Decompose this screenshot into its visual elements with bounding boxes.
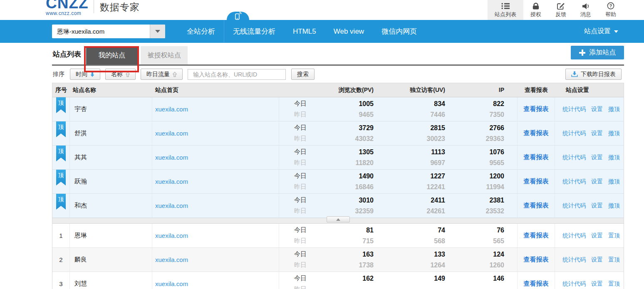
search-input[interactable] — [188, 69, 286, 80]
pv-yesterday-value: 1738 — [327, 262, 374, 269]
stats-code-link[interactable]: 统计代码 — [562, 178, 586, 185]
sort-by-traffic-button[interactable]: 昨日流量 — [141, 69, 183, 80]
pinned-rows-section: 顶 宇杏 xuexila.com 今日 1005 834 822 昨日 9465… — [52, 97, 624, 218]
add-site-button[interactable]: 添加站点 — [571, 46, 624, 59]
site-homepage-link[interactable]: xuexila.com — [155, 202, 188, 209]
row-index: 2 — [59, 256, 62, 263]
sort-label: 排序 — [53, 71, 64, 78]
site-selector-value: 恩琳-xuexila.com — [52, 25, 150, 38]
tab-authorized-sites[interactable]: 被授权站点 — [141, 46, 188, 64]
site-homepage-link[interactable]: xuexila.com — [155, 280, 188, 287]
stats-code-link[interactable]: 统计代码 — [562, 280, 586, 288]
unpin-link[interactable]: 撤顶 — [608, 178, 620, 185]
row-settings-link[interactable]: 设置 — [591, 202, 603, 210]
view-report-link[interactable]: 查看报表 — [524, 129, 549, 137]
ip-yesterday-value: 565 — [445, 237, 504, 245]
ip-today-value: 2381 — [445, 197, 504, 204]
pv-today-value: 163 — [327, 251, 374, 258]
pv-today-value: 3010 — [327, 197, 374, 204]
search-button[interactable]: 搜索 — [291, 69, 315, 80]
pv-today-value: 81 — [327, 227, 374, 234]
site-homepage-link[interactable]: xuexila.com — [155, 106, 188, 113]
download-report-button[interactable]: 下载昨日报表 — [565, 69, 622, 80]
view-report-link[interactable]: 查看报表 — [524, 280, 549, 288]
action-help[interactable]: ? 帮助 — [598, 0, 623, 20]
site-name: 和杰 — [70, 194, 152, 217]
pin-link[interactable]: 置顶 — [608, 232, 620, 240]
arrow-up-icon — [126, 72, 130, 77]
pv-yesterday-value: 9465 — [327, 111, 374, 119]
unpin-link[interactable]: 撤顶 — [608, 154, 620, 161]
row-settings-link[interactable]: 设置 — [591, 256, 603, 264]
stats-code-link[interactable]: 统计代码 — [562, 106, 586, 113]
row-settings-link[interactable]: 设置 — [591, 154, 603, 161]
brand-tagline: 数据专家 — [100, 2, 140, 12]
nav-wechat-page[interactable]: 微信内网页 — [373, 20, 426, 43]
view-report-link[interactable]: 查看报表 — [524, 178, 549, 185]
wireless-bump — [227, 12, 249, 20]
table-row-pinned: 顶 舒淇 xuexila.com 今日 3729 2815 2766 昨日 43… — [52, 121, 624, 146]
view-report-link[interactable]: 查看报表 — [524, 153, 549, 161]
site-name: 舒淇 — [70, 121, 152, 145]
nav-webview[interactable]: Web view — [325, 20, 373, 43]
stats-cell: 今日 1005 834 822 昨日 9465 7446 7350 — [279, 97, 518, 121]
action-feedback[interactable]: 反馈 — [548, 0, 573, 20]
site-homepage-link[interactable]: xuexila.com — [155, 130, 188, 137]
pv-yesterday-value: 11820 — [327, 159, 374, 167]
stats-code-link[interactable]: 统计代码 — [562, 256, 586, 264]
nav-full-analysis[interactable]: 全站分析 — [178, 20, 224, 43]
collapse-pinned-button[interactable] — [327, 216, 350, 222]
view-report-link[interactable]: 查看报表 — [524, 202, 549, 210]
site-homepage-link[interactable]: xuexila.com — [155, 232, 188, 239]
action-authorization[interactable]: 授权 — [523, 0, 548, 20]
tab-my-sites[interactable]: 我的站点 — [86, 46, 138, 64]
site-homepage-link[interactable]: xuexila.com — [155, 178, 188, 185]
site-selector-arrow[interactable] — [150, 25, 165, 38]
stats-code-link[interactable]: 统计代码 — [562, 232, 586, 240]
site-homepage-link[interactable]: xuexila.com — [155, 256, 188, 263]
pin-link[interactable]: 置顶 — [608, 256, 620, 264]
sites-table: 序号 站点名称 站点首页 浏览次数(PV) 独立访客(UV) IP 查看报表 站… — [52, 83, 624, 289]
row-settings-link[interactable]: 设置 — [591, 232, 603, 240]
action-label: 站点列表 — [495, 11, 516, 18]
unpin-link[interactable]: 撤顶 — [608, 106, 620, 113]
ip-yesterday-value: 1260 — [445, 262, 504, 269]
action-site-list[interactable]: 站点列表 — [488, 0, 523, 20]
nav-wireless-analysis[interactable]: 无线流量分析 — [224, 20, 284, 43]
pin-link[interactable]: 置顶 — [608, 280, 620, 288]
edit-icon — [557, 1, 565, 10]
site-selector-dropdown[interactable]: 恩琳-xuexila.com — [52, 25, 165, 38]
view-report-link[interactable]: 查看报表 — [524, 105, 549, 113]
action-label: 消息 — [580, 11, 591, 18]
uv-today-value: 133 — [374, 251, 445, 258]
help-icon: ? — [607, 1, 614, 10]
unpin-link[interactable]: 撤顶 — [608, 202, 620, 210]
stats-code-link[interactable]: 统计代码 — [562, 202, 586, 210]
download-button-label: 下载昨日报表 — [581, 71, 616, 78]
site-settings-menu[interactable]: 站点设置 — [584, 20, 618, 43]
nav-html5[interactable]: HTML5 — [284, 20, 325, 43]
view-report-link[interactable]: 查看报表 — [524, 232, 549, 240]
unpin-link[interactable]: 撤顶 — [608, 130, 620, 137]
site-name: 宇杏 — [70, 97, 152, 121]
sort-by-time-button[interactable]: 时间 — [70, 69, 100, 80]
sort-by-name-button[interactable]: 名称 — [105, 69, 136, 80]
site-homepage-link[interactable]: xuexila.com — [155, 154, 188, 161]
triangle-up-icon — [336, 218, 340, 221]
row-settings-link[interactable]: 设置 — [591, 178, 603, 185]
view-report-link[interactable]: 查看报表 — [524, 256, 549, 264]
row-index: 1 — [59, 232, 62, 239]
content-area: 站点列表 我的站点 被授权站点 添加站点 排序 时间 名称 昨日流量 — [52, 43, 624, 289]
brand-logo: CNZZ — [46, 0, 89, 11]
nav-menu: 全站分析 无线流量分析 HTML5 Web view 微信内网页 — [178, 20, 426, 43]
row-settings-link[interactable]: 设置 — [591, 280, 603, 288]
action-messages[interactable]: 消息 — [573, 0, 598, 20]
uv-yesterday-value: 9697 — [374, 159, 445, 167]
pv-today-value: 1005 — [327, 100, 374, 108]
row-settings-link[interactable]: 设置 — [591, 106, 603, 113]
row-settings-link[interactable]: 设置 — [591, 130, 603, 137]
stats-code-link[interactable]: 统计代码 — [562, 154, 586, 161]
stats-code-link[interactable]: 统计代码 — [562, 130, 586, 137]
col-header-uv: 独立访客(UV) — [374, 86, 445, 94]
col-header-pv: 浏览次数(PV) — [327, 86, 374, 94]
